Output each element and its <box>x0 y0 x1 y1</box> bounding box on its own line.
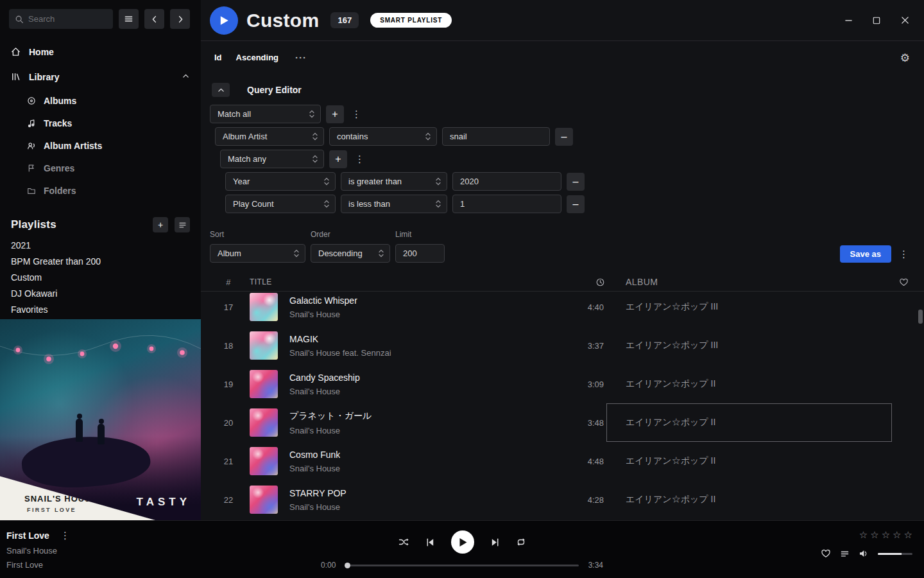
favorite-button[interactable] <box>821 548 831 559</box>
star-icon[interactable]: ☆ <box>882 530 890 540</box>
star-icon[interactable]: ☆ <box>893 530 901 540</box>
total-time: 3:34 <box>588 561 603 570</box>
rule-value-input[interactable] <box>452 195 561 213</box>
playlist-item[interactable]: BPM Greater than 200 <box>11 257 190 266</box>
limit-input[interactable] <box>395 244 445 263</box>
now-playing-album-art[interactable]: SNAIL'S HOUSE FIRST LOVE TASTY <box>0 319 201 520</box>
track-table: # TITLE ALBUM 17 <box>201 273 924 520</box>
window-close-button[interactable] <box>900 15 910 26</box>
playlist-item[interactable]: Custom <box>11 273 190 282</box>
sort-select[interactable]: Album <box>210 244 305 263</box>
collapse-query-editor-button[interactable] <box>212 83 230 97</box>
select-caret-icon <box>425 132 431 141</box>
app-window: Home Library Albums Tracks <box>0 0 924 578</box>
remove-rule-button[interactable]: – <box>567 173 585 191</box>
table-row[interactable]: 22 STARRY POP Snail's House 4:28 エイリアン☆ポ… <box>201 480 924 519</box>
rule-group-menu-button[interactable]: ⋮ <box>349 109 364 120</box>
track-artist: Snail's House feat. Sennzai <box>289 348 391 358</box>
column-header-album[interactable]: ALBUM <box>606 277 892 287</box>
search-box[interactable] <box>9 9 113 29</box>
seek-slider[interactable] <box>345 565 578 566</box>
rule-group-menu-button[interactable]: ⋮ <box>352 153 367 165</box>
order-select[interactable]: Descending <box>311 244 390 263</box>
select-caret-icon <box>436 177 441 186</box>
forward-button[interactable] <box>170 9 190 29</box>
playlist-item[interactable]: DJ Okawari <box>11 289 190 298</box>
play-pause-button[interactable] <box>451 530 474 554</box>
table-row[interactable]: 21 Cosmo Funk Snail's House 4:48 エイリアン☆ポ… <box>201 442 924 480</box>
sort-order-button[interactable]: Ascending <box>236 53 278 62</box>
table-row[interactable]: 20 プラネット・ガール Snail's House 3:48 エイリアン☆ポッ… <box>201 403 924 442</box>
playlist-list: 2021 BPM Greater than 200 Custom DJ Okaw… <box>0 232 201 322</box>
sidebar-item-genres[interactable]: Genres <box>0 157 201 179</box>
back-button[interactable] <box>144 9 164 29</box>
column-header-title[interactable]: TITLE <box>250 277 549 286</box>
table-row[interactable]: 19 Candy Spaceship Snail's House 3:09 エイ… <box>201 365 924 403</box>
table-row[interactable]: 18 MAGIK Snail's House feat. Sennzai 3:3… <box>201 326 924 365</box>
sidebar-item-home[interactable]: Home <box>0 39 201 64</box>
previous-button[interactable] <box>425 538 435 547</box>
star-icon[interactable]: ☆ <box>904 530 912 540</box>
now-playing-album[interactable]: First Love <box>6 560 199 570</box>
volume-slider[interactable] <box>878 553 912 555</box>
column-header-duration[interactable] <box>549 277 606 287</box>
save-as-button[interactable]: Save as <box>840 245 891 263</box>
column-header-favorite[interactable] <box>892 277 915 287</box>
rule-value-input[interactable] <box>452 172 561 191</box>
window-minimize-button[interactable] <box>843 15 853 26</box>
menu-button[interactable] <box>119 9 139 29</box>
remove-rule-button[interactable]: – <box>567 195 585 213</box>
rule-operator-select[interactable]: is less than <box>341 195 447 213</box>
rule-field-select[interactable]: Play Count <box>225 195 336 213</box>
star-icon[interactable]: ☆ <box>870 530 878 540</box>
shuffle-button[interactable] <box>398 537 409 547</box>
transport-controls <box>398 530 526 554</box>
remove-rule-button[interactable]: – <box>555 128 573 146</box>
query-menu-button[interactable]: ⋮ <box>896 245 911 263</box>
sort-field-button[interactable]: Id <box>214 53 222 62</box>
next-button[interactable] <box>490 538 500 547</box>
column-header-index[interactable]: # <box>207 277 250 287</box>
now-playing-menu-button[interactable]: ⋮ <box>58 530 73 541</box>
table-scrollbar-thumb[interactable] <box>918 310 923 324</box>
table-row[interactable]: 17 Galactic Whisper Snail's House 4:40 エ… <box>201 292 924 326</box>
rating-stars: ☆ ☆ ☆ ☆ ☆ <box>859 530 912 540</box>
playlist-item[interactable]: Favorites <box>11 305 190 314</box>
repeat-button[interactable] <box>516 537 526 547</box>
search-input[interactable] <box>28 14 107 24</box>
match-type-select[interactable]: Match all <box>210 105 321 123</box>
queue-button[interactable] <box>840 549 850 559</box>
close-icon <box>901 16 909 24</box>
track-album-focused[interactable]: エイリアン☆ポップ II <box>606 403 892 442</box>
rule-field-select[interactable]: Year <box>225 172 336 191</box>
now-playing-artist[interactable]: Snail's House <box>6 546 199 556</box>
rule-value-input[interactable] <box>442 127 550 146</box>
query-rule-row: Play Count is less than – <box>225 195 915 213</box>
add-rule-button[interactable]: + <box>329 150 347 168</box>
playlist-item[interactable]: 2021 <box>11 241 190 250</box>
sidebar-item-tracks[interactable]: Tracks <box>0 112 201 134</box>
volume-button[interactable] <box>859 548 869 559</box>
now-playing-title[interactable]: First Love <box>6 530 49 541</box>
artist-icon <box>27 141 36 150</box>
sidebar-item-library[interactable]: Library <box>0 64 201 89</box>
more-options-button[interactable]: ··· <box>295 52 307 63</box>
add-rule-button[interactable]: + <box>326 105 344 123</box>
playlist-list-button[interactable] <box>175 217 190 232</box>
rule-operator-select[interactable]: is greater than <box>341 172 447 191</box>
settings-gear-button[interactable]: ⚙ <box>900 51 910 64</box>
window-maximize-button[interactable] <box>871 15 882 26</box>
sidebar-item-albums[interactable]: Albums <box>0 89 201 112</box>
star-icon[interactable]: ☆ <box>859 530 868 540</box>
match-type-select[interactable]: Match any <box>220 150 324 168</box>
sidebar-item-label: Library <box>29 72 59 82</box>
chevron-up-icon[interactable] <box>182 72 190 82</box>
rule-field-select[interactable]: Album Artist <box>215 127 324 146</box>
sidebar-item-folders[interactable]: Folders <box>0 179 201 202</box>
rule-operator-select[interactable]: contains <box>329 127 437 146</box>
add-playlist-button[interactable]: + <box>153 217 168 232</box>
query-editor-section: Query Editor Match all + ⋮ Album Artist <box>201 74 924 213</box>
play-playlist-button[interactable] <box>210 6 238 35</box>
sidebar-item-album-artists[interactable]: Album Artists <box>0 134 201 157</box>
seek-slider-thumb[interactable] <box>345 563 350 568</box>
